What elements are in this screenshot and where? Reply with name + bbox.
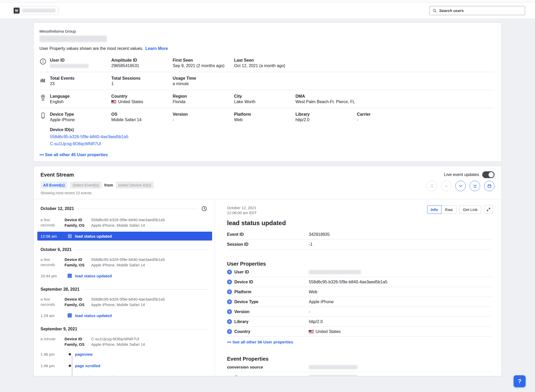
event-row[interactable]: 1:46 pm promotion converted [37,373,212,376]
event-row-selected[interactable]: 12:06 am lead status updated [37,232,212,241]
field-value: Oct 12, 2021 (a month ago) [234,63,491,68]
meta-key: Device ID [65,257,91,262]
event-date-group: September 9, 2021 a minute Device IDC-su… [34,327,215,376]
event-dot-icon [69,365,71,367]
get-link-button[interactable]: Get Link [459,205,481,214]
field-value: Lake Worth [234,99,292,104]
user-property-row: Country United States [227,327,492,337]
event-properties-heading: Event Properties [227,355,492,362]
device-id-link[interactable]: C-su1Ujcsg-9O6qcMNR7Ul [50,140,494,147]
property-key: Device ID [234,280,253,284]
user-property-icon [227,270,232,274]
time-jump-button[interactable] [201,205,208,212]
live-updates-toggle[interactable] [482,171,495,178]
expand-icon [486,207,491,212]
clock-icon [201,206,207,212]
field-label: Language [50,93,108,99]
event-time: 1:46 pm [40,352,65,356]
event-date-group: October 6, 2021 a few seconds Device ID5… [34,247,215,280]
device-id-link[interactable]: 558d6c95-b326-5f9e-b840-4ae3aed5b1a5 [50,133,494,140]
property-key: Library [234,319,248,324]
see-all-user-properties-link[interactable]: ••• See all other 45 User properties [39,153,108,157]
field-value: Sep 9, 2021 (2 months ago) [173,63,231,68]
field-value: - [357,117,491,122]
all-events-chip[interactable]: All Event(s) [40,182,67,189]
search-input[interactable] [439,8,522,13]
field-label: Last Seen [234,57,491,63]
event-name: lead status updated [75,313,112,318]
event-time: 12:06 am [40,234,65,238]
toggle-knob [489,172,494,177]
property-key: Platform [234,290,251,294]
field-value: English [50,99,108,104]
field-label: Total Events [50,75,108,81]
scroll-down-button[interactable] [455,181,466,191]
search-icon [433,9,437,13]
redacted-value [309,375,357,376]
jump-to-top-button[interactable] [427,181,437,191]
select-events-chip[interactable]: Select Event(s) [70,182,102,189]
window-edge [0,0,535,3]
event-row[interactable]: 1:46 pm page scrolled [37,361,212,370]
property-key: Version [234,309,249,314]
field-label: Country [111,93,170,99]
field-label: Region [173,93,231,99]
meta-value: Apple iPhone, Mobile Safari 14 [91,223,145,228]
event-detail-panel: October 12, 2021 12:06:00 am EDT Info Ra… [215,199,501,376]
meta-value: 558d6c95-b326-5f9e-b840-4ae3aed5b1a5 [91,217,165,223]
kv-key: Session ID [227,242,309,247]
chevron-down-to-line-icon [473,184,477,188]
scroll-up-button[interactable] [441,181,451,191]
device-ids-label: Device ID(s) [50,127,494,132]
meta-value: Apple iPhone, Mobile Safari 14 [91,342,145,347]
field-value: United States [118,99,143,104]
property-value: 558d6c95-b326-5f9e-b840-4ae3aed5b1a5 [309,280,387,284]
field-value: 23 [50,81,108,86]
property-value: - [309,309,310,314]
field-value: Apple iPhone [50,117,108,122]
date-picker-button[interactable] [484,181,495,191]
chevron-down-icon [458,184,463,188]
field-label: Platform [234,112,292,117]
date-divider [75,250,208,250]
user-property-icon [227,289,232,294]
event-detail-title: lead status updated [227,219,492,227]
field-label: Version [173,112,231,117]
help-button[interactable]: ? [514,375,526,387]
field-label: Amplitude ID [111,57,170,63]
field-label: Carrier [357,112,491,117]
org-switcher[interactable]: M [12,6,59,15]
property-value: http/2.0 [309,319,323,324]
event-row[interactable]: 10:44 pm lead status updated [37,271,212,280]
field-value: Mobile Safari 14 [111,117,170,122]
learn-more-link[interactable]: Learn More [146,46,168,51]
field-value: 1 [111,81,170,86]
raw-tab-button[interactable]: Raw [441,205,456,214]
redacted-user-id [309,270,361,274]
user-property-icon [227,299,232,304]
event-property-row: conversion source [227,362,492,372]
us-flag-icon [309,330,314,333]
select-device-ids-chip[interactable]: select Device ID(s) [116,182,154,189]
meta-key: Device ID [65,336,91,342]
event-row[interactable]: 1:46 pm pageview [37,350,212,359]
detail-kv-row: Session ID -1 [227,239,492,249]
meta-value: Apple iPhone, Mobile Safari 14 [91,302,145,307]
detail-actions: Info Raw Get Link [427,205,493,214]
field-label: OS [111,112,170,117]
top-bar: M [0,3,535,19]
see-all-event-user-properties-link[interactable]: ••• See all other 56 User properties [227,340,293,344]
field-value: a minute [173,81,491,86]
info-tab-button[interactable]: Info [427,205,442,214]
expand-button[interactable] [484,205,493,214]
meta-key: Device ID [65,217,91,223]
user-property-row: Device ID 558d6c95-b326-5f9e-b840-4ae3ae… [227,277,492,287]
meta-key: Family, OS [65,342,91,347]
jump-to-bottom-button[interactable] [470,181,480,191]
property-row-identity: User ID Amplitude ID 296585416531 First … [39,54,494,72]
property-key: Device Type [234,300,258,304]
kv-value: 342918935 [309,232,330,237]
event-row[interactable]: 1:29 am lead status updated [37,311,212,320]
redacted-org-name [22,9,55,13]
field-value: Florida [173,99,231,104]
